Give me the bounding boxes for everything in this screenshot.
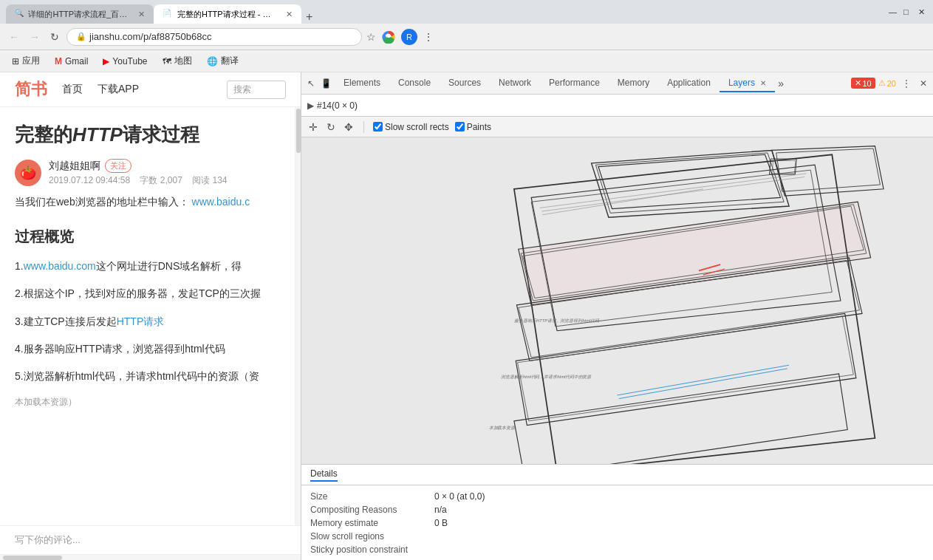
author-name-text[interactable]: 刘越姐姐啊 xyxy=(49,160,100,173)
horizontal-scrollbar[interactable] xyxy=(0,554,301,560)
list-item-3: 3.建立TCP连接后发起HTTP请求 xyxy=(15,313,280,331)
menu-icon[interactable]: ⋮ xyxy=(423,31,434,43)
profile-avatar[interactable]: R xyxy=(401,29,417,45)
bookmark-star-icon[interactable]: ☆ xyxy=(366,31,376,43)
blue-line-2 xyxy=(619,369,787,399)
nav-home[interactable]: 首页 xyxy=(62,83,83,96)
pan2-tool-button[interactable]: ✥ xyxy=(343,120,355,134)
devtools-right-actions: ✕ 10 ⚠ 20 ⋮ ✕ xyxy=(851,77,931,90)
item1-text: 这个网址进行DNS域名解析，得 xyxy=(96,260,242,272)
minimize-button[interactable]: — xyxy=(889,7,898,16)
detail-scroll-val xyxy=(434,531,924,542)
url-input[interactable]: 🔒 jianshu.com/p/af88750b68cc xyxy=(66,28,362,46)
forward-button[interactable]: → xyxy=(27,30,43,44)
tab-sources[interactable]: Sources xyxy=(440,75,490,92)
tab-memory[interactable]: Memory xyxy=(609,75,658,92)
maximize-button[interactable]: □ xyxy=(903,7,912,16)
address-bar: ← → ↻ 🔒 jianshu.com/p/af88750b68cc ☆ R ⋮ xyxy=(0,24,933,50)
tab-layers-close[interactable]: ✕ xyxy=(760,79,766,87)
close-button[interactable]: ✕ xyxy=(918,7,927,16)
item1-link[interactable]: www.baidu.com xyxy=(24,260,96,272)
layers-svg: 服务器响应HTTP请求，浏览器得到html代码 浏览器解析html代码，并请求h… xyxy=(301,137,933,464)
devtools-cursor-tool[interactable]: ↖ xyxy=(304,77,318,90)
layer-mid-1 xyxy=(519,202,871,305)
tab-network[interactable]: Network xyxy=(490,75,540,92)
intro-link[interactable]: www.baidu.c xyxy=(192,196,250,208)
search-box[interactable]: 搜索 xyxy=(227,81,286,99)
jianshu-nav: 首页 下载APP xyxy=(62,83,139,96)
warning-icon: ⚠ xyxy=(878,78,886,88)
scroll-thumb-h[interactable] xyxy=(3,556,62,560)
warning-badge: ⚠ 20 xyxy=(878,78,896,88)
details-content: Size 0 × 0 (at 0,0) Compositing Reasons … xyxy=(301,485,933,560)
reload-button[interactable]: ↻ xyxy=(47,30,62,44)
nav-download[interactable]: 下载APP xyxy=(98,83,139,96)
scroll-thumb-v[interactable] xyxy=(296,109,301,153)
tab-application[interactable]: Application xyxy=(658,75,720,92)
layers-tree-item[interactable]: #14(0 × 0) xyxy=(317,100,358,111)
author-info: 刘越姐姐啊 关注 2019.07.12 09:44:58 字数 2,007 阅读… xyxy=(49,159,228,187)
devtools-tabs: ↖ 📱 Elements Console Sources Network Per… xyxy=(301,72,933,95)
tab2-favicon: 📄 xyxy=(163,9,173,19)
tab-console-label: Console xyxy=(398,78,431,88)
more-tabs-button[interactable]: » xyxy=(778,78,784,89)
devtools-device-tool[interactable]: 📱 xyxy=(318,77,335,90)
devtools-close-icon[interactable]: ✕ xyxy=(917,77,930,90)
tab-bar: 🔍 详细的HTTP请求流程_百度搜索 ✕ 📄 完整的HTTP请求过程 - 简书 … xyxy=(6,0,889,24)
bookmark-youtube[interactable]: ▶ YouTube xyxy=(97,55,153,68)
layer-text-3: 本加载本资源 xyxy=(488,426,516,431)
tab-console[interactable]: Console xyxy=(389,75,440,92)
scroll-indicator[interactable] xyxy=(295,107,301,525)
layers-tree: ▶ #14(0 × 0) xyxy=(301,95,933,117)
devtools-settings-icon[interactable]: ⋮ xyxy=(899,77,914,90)
maps-label: 地图 xyxy=(174,55,192,67)
item5-text: 5.浏览器解析html代码，并请求html代码中的资源（资 xyxy=(15,370,259,382)
details-tab-label[interactable]: Details xyxy=(310,468,338,482)
jianshu-logo[interactable]: 简书 xyxy=(15,78,47,100)
layers-view-toolbar: ✛ ↻ ✥ Slow scroll rects Paints xyxy=(301,117,933,137)
slow-scroll-input[interactable] xyxy=(373,122,383,132)
tab-2[interactable]: 📄 完整的HTTP请求过程 - 简书 ✕ xyxy=(154,4,301,24)
tab-elements[interactable]: Elements xyxy=(335,75,389,92)
follow-button[interactable]: 关注 xyxy=(105,159,131,173)
new-tab-button[interactable]: + xyxy=(301,10,317,24)
bookmark-apps[interactable]: ⊞ 应用 xyxy=(6,53,46,69)
error-icon: ✕ xyxy=(855,78,861,88)
bookmark-gmail[interactable]: M Gmail xyxy=(49,55,94,68)
article-meta: 2019.07.12 09:44:58 字数 2,007 阅读 134 xyxy=(49,174,228,187)
translate-icon: 🌐 xyxy=(207,56,218,66)
chrome-icon[interactable] xyxy=(382,30,395,44)
url-text: jianshu.com/p/af88750b68cc xyxy=(89,31,212,42)
tab-1[interactable]: 🔍 详细的HTTP请求流程_百度搜索 ✕ xyxy=(6,4,154,24)
rotate-tool-button[interactable]: ↻ xyxy=(325,120,337,134)
comment-input[interactable]: 写下你的评论... xyxy=(0,525,301,554)
article-content: 完整的HTTP请求过程 🍅 刘越姐姐啊 关注 2019.07.12 09:44:… xyxy=(0,107,295,525)
title-highlight: HTTP xyxy=(72,123,123,146)
tree-expand-icon[interactable]: ▶ xyxy=(307,100,314,111)
author-name-row: 刘越姐姐啊 关注 xyxy=(49,159,228,173)
item3-link[interactable]: HTTP请求 xyxy=(117,315,165,327)
tab1-close[interactable]: ✕ xyxy=(138,10,145,19)
bookmark-maps[interactable]: 🗺 地图 xyxy=(157,53,198,69)
details-tab: Details xyxy=(301,465,933,485)
paints-checkbox[interactable]: Paints xyxy=(455,122,491,132)
tab-layers-label: Layers xyxy=(728,78,755,88)
layer-text-2: 浏览器解析html代码，并请求html代码中的资源 xyxy=(501,374,592,379)
bookmark-translate[interactable]: 🌐 翻译 xyxy=(201,53,245,69)
pan-tool-button[interactable]: ✛ xyxy=(307,120,319,134)
tab-sources-label: Sources xyxy=(448,78,481,88)
tab2-close[interactable]: ✕ xyxy=(286,10,293,19)
tab-layers[interactable]: Layers ✕ xyxy=(720,75,775,92)
slow-scroll-checkbox[interactable]: Slow scroll rects xyxy=(373,122,449,132)
back-button[interactable]: ← xyxy=(6,30,22,44)
youtube-icon: ▶ xyxy=(103,56,109,66)
list-item-4: 4.服务器响应HTTP请求，浏览器得到html代码 xyxy=(15,340,280,358)
detail-sticky-key: Sticky position constraint xyxy=(310,544,428,555)
list-item-1: 1.www.baidu.com这个网址进行DNS域名解析，得 xyxy=(15,257,280,276)
paints-input[interactable] xyxy=(455,122,465,132)
layers-3d-view[interactable]: 服务器响应HTTP请求，浏览器得到html代码 浏览器解析html代码，并请求h… xyxy=(301,137,933,464)
tab-performance[interactable]: Performance xyxy=(540,75,609,92)
gmail-icon: M xyxy=(55,56,62,66)
gmail-label: Gmail xyxy=(65,56,88,66)
youtube-label: YouTube xyxy=(112,56,147,66)
